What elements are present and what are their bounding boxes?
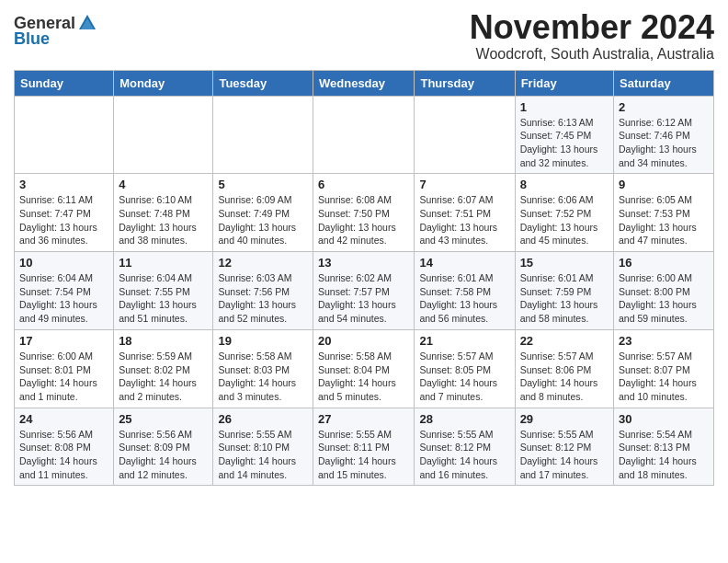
- day-number: 26: [218, 412, 308, 426]
- day-info: Sunrise: 5:55 AM Sunset: 8:10 PM Dayligh…: [218, 428, 308, 482]
- calendar-cell: 19Sunrise: 5:58 AM Sunset: 8:03 PM Dayli…: [213, 329, 313, 408]
- day-of-week-header: Saturday: [614, 70, 714, 96]
- page-subtitle: Woodcroft, South Australia, Australia: [470, 46, 714, 63]
- calendar-cell: 16Sunrise: 6:00 AM Sunset: 8:00 PM Dayli…: [614, 252, 714, 330]
- day-info: Sunrise: 6:02 AM Sunset: 7:57 PM Dayligh…: [318, 271, 409, 326]
- day-number: 27: [318, 412, 409, 426]
- day-number: 1: [520, 100, 609, 114]
- day-number: 7: [419, 178, 509, 191]
- day-info: Sunrise: 6:04 AM Sunset: 7:55 PM Dayligh…: [119, 271, 208, 326]
- calendar-cell: 28Sunrise: 5:55 AM Sunset: 8:12 PM Dayli…: [415, 408, 515, 486]
- day-info: Sunrise: 5:57 AM Sunset: 8:06 PM Dayligh…: [520, 350, 609, 404]
- day-number: 24: [19, 412, 108, 426]
- day-info: Sunrise: 6:09 AM Sunset: 7:49 PM Dayligh…: [218, 193, 308, 247]
- day-info: Sunrise: 5:58 AM Sunset: 8:03 PM Dayligh…: [218, 350, 308, 404]
- day-info: Sunrise: 6:13 AM Sunset: 7:45 PM Dayligh…: [520, 116, 609, 170]
- day-info: Sunrise: 6:00 AM Sunset: 8:01 PM Dayligh…: [19, 350, 108, 404]
- day-number: 21: [419, 334, 509, 348]
- calendar-table: SundayMondayTuesdayWednesdayThursdayFrid…: [14, 70, 714, 487]
- day-info: Sunrise: 5:55 AM Sunset: 8:11 PM Dayligh…: [318, 428, 409, 482]
- day-number: 11: [119, 256, 208, 270]
- page-title: November 2024: [470, 9, 714, 46]
- day-number: 18: [119, 334, 208, 348]
- day-info: Sunrise: 5:59 AM Sunset: 8:02 PM Dayligh…: [119, 350, 208, 404]
- day-number: 9: [619, 178, 709, 191]
- logo-blue-text: Blue: [14, 29, 50, 49]
- day-info: Sunrise: 5:55 AM Sunset: 8:12 PM Dayligh…: [520, 428, 609, 482]
- calendar-cell: 18Sunrise: 5:59 AM Sunset: 8:02 PM Dayli…: [114, 329, 213, 408]
- calendar-cell: 5Sunrise: 6:09 AM Sunset: 7:49 PM Daylig…: [213, 174, 313, 252]
- calendar-cell: 4Sunrise: 6:10 AM Sunset: 7:48 PM Daylig…: [114, 174, 213, 252]
- calendar-week-row: 10Sunrise: 6:04 AM Sunset: 7:54 PM Dayli…: [15, 252, 714, 330]
- day-info: Sunrise: 6:03 AM Sunset: 7:56 PM Dayligh…: [218, 271, 308, 326]
- day-of-week-header: Sunday: [15, 70, 114, 96]
- day-info: Sunrise: 6:00 AM Sunset: 8:00 PM Dayligh…: [619, 271, 709, 326]
- calendar-cell: 7Sunrise: 6:07 AM Sunset: 7:51 PM Daylig…: [415, 174, 515, 252]
- day-number: 12: [218, 256, 308, 270]
- calendar-week-row: 17Sunrise: 6:00 AM Sunset: 8:01 PM Dayli…: [15, 329, 714, 408]
- day-of-week-header: Thursday: [415, 70, 515, 96]
- day-number: 22: [520, 334, 609, 348]
- day-number: 25: [119, 412, 208, 426]
- calendar-cell: 30Sunrise: 5:54 AM Sunset: 8:13 PM Dayli…: [614, 408, 714, 486]
- day-info: Sunrise: 6:10 AM Sunset: 7:48 PM Dayligh…: [119, 193, 208, 247]
- day-number: 20: [318, 334, 409, 348]
- day-number: 19: [218, 334, 308, 348]
- day-info: Sunrise: 6:11 AM Sunset: 7:47 PM Dayligh…: [19, 193, 108, 247]
- day-info: Sunrise: 5:58 AM Sunset: 8:04 PM Dayligh…: [318, 350, 409, 404]
- calendar-cell: 22Sunrise: 5:57 AM Sunset: 8:06 PM Dayli…: [515, 329, 613, 408]
- calendar-week-row: 24Sunrise: 5:56 AM Sunset: 8:08 PM Dayli…: [15, 408, 714, 486]
- calendar-week-row: 3Sunrise: 6:11 AM Sunset: 7:47 PM Daylig…: [15, 174, 714, 252]
- day-number: 15: [520, 256, 609, 270]
- calendar-cell: 14Sunrise: 6:01 AM Sunset: 7:58 PM Dayli…: [415, 252, 515, 330]
- day-info: Sunrise: 6:01 AM Sunset: 7:59 PM Dayligh…: [520, 271, 609, 326]
- day-info: Sunrise: 5:54 AM Sunset: 8:13 PM Dayligh…: [619, 428, 709, 482]
- calendar-cell: 10Sunrise: 6:04 AM Sunset: 7:54 PM Dayli…: [15, 252, 114, 330]
- day-info: Sunrise: 5:56 AM Sunset: 8:09 PM Dayligh…: [119, 428, 208, 482]
- calendar-cell: 20Sunrise: 5:58 AM Sunset: 8:04 PM Dayli…: [313, 329, 415, 408]
- day-info: Sunrise: 5:57 AM Sunset: 8:07 PM Dayligh…: [619, 350, 709, 404]
- day-number: 13: [318, 256, 409, 270]
- day-info: Sunrise: 6:06 AM Sunset: 7:52 PM Dayligh…: [520, 193, 609, 247]
- calendar-cell: 1Sunrise: 6:13 AM Sunset: 7:45 PM Daylig…: [515, 96, 613, 174]
- calendar-header-row: SundayMondayTuesdayWednesdayThursdayFrid…: [15, 70, 714, 96]
- day-number: 8: [520, 178, 609, 191]
- day-info: Sunrise: 6:07 AM Sunset: 7:51 PM Dayligh…: [419, 193, 509, 247]
- day-info: Sunrise: 5:56 AM Sunset: 8:08 PM Dayligh…: [19, 428, 108, 482]
- day-of-week-header: Monday: [114, 70, 213, 96]
- day-info: Sunrise: 6:04 AM Sunset: 7:54 PM Dayligh…: [19, 271, 108, 326]
- logo-icon: [77, 13, 97, 33]
- calendar-cell: 11Sunrise: 6:04 AM Sunset: 7:55 PM Dayli…: [114, 252, 213, 330]
- day-info: Sunrise: 6:08 AM Sunset: 7:50 PM Dayligh…: [318, 193, 409, 247]
- day-number: 17: [19, 334, 108, 348]
- day-number: 6: [318, 178, 409, 191]
- day-number: 30: [619, 412, 709, 426]
- calendar-cell: 27Sunrise: 5:55 AM Sunset: 8:11 PM Dayli…: [313, 408, 415, 486]
- calendar-cell: 24Sunrise: 5:56 AM Sunset: 8:08 PM Dayli…: [15, 408, 114, 486]
- day-number: 28: [419, 412, 509, 426]
- calendar-cell: [15, 96, 114, 174]
- day-number: 3: [19, 178, 108, 191]
- day-number: 2: [619, 100, 709, 114]
- logo: General Blue: [14, 13, 97, 49]
- calendar-cell: 26Sunrise: 5:55 AM Sunset: 8:10 PM Dayli…: [213, 408, 313, 486]
- calendar-cell: [213, 96, 313, 174]
- calendar-cell: 9Sunrise: 6:05 AM Sunset: 7:53 PM Daylig…: [614, 174, 714, 252]
- calendar-cell: 2Sunrise: 6:12 AM Sunset: 7:46 PM Daylig…: [614, 96, 714, 174]
- calendar-cell: 29Sunrise: 5:55 AM Sunset: 8:12 PM Dayli…: [515, 408, 613, 486]
- calendar-cell: 8Sunrise: 6:06 AM Sunset: 7:52 PM Daylig…: [515, 174, 613, 252]
- day-info: Sunrise: 6:12 AM Sunset: 7:46 PM Dayligh…: [619, 116, 709, 170]
- day-number: 23: [619, 334, 709, 348]
- title-block: November 2024 Woodcroft, South Australia…: [470, 9, 714, 63]
- calendar-cell: [415, 96, 515, 174]
- calendar-cell: 12Sunrise: 6:03 AM Sunset: 7:56 PM Dayli…: [213, 252, 313, 330]
- calendar-cell: 23Sunrise: 5:57 AM Sunset: 8:07 PM Dayli…: [614, 329, 714, 408]
- day-number: 10: [19, 256, 108, 270]
- calendar-cell: 13Sunrise: 6:02 AM Sunset: 7:57 PM Dayli…: [313, 252, 415, 330]
- day-number: 29: [520, 412, 609, 426]
- day-of-week-header: Wednesday: [313, 70, 415, 96]
- day-of-week-header: Friday: [515, 70, 613, 96]
- calendar-week-row: 1Sunrise: 6:13 AM Sunset: 7:45 PM Daylig…: [15, 96, 714, 174]
- day-info: Sunrise: 5:55 AM Sunset: 8:12 PM Dayligh…: [419, 428, 509, 482]
- calendar-cell: 17Sunrise: 6:00 AM Sunset: 8:01 PM Dayli…: [15, 329, 114, 408]
